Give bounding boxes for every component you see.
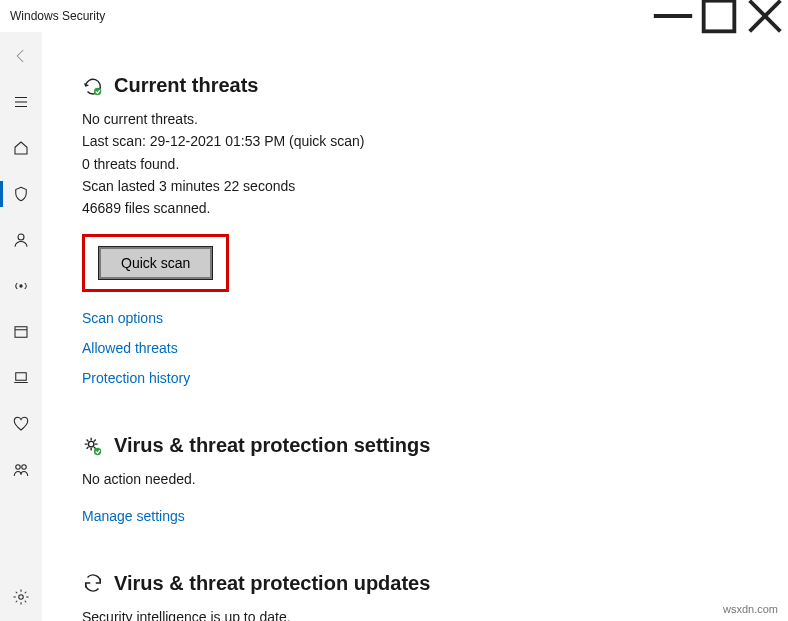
protection-updates-section: Virus & threat protection updates Securi… bbox=[82, 572, 748, 621]
minimize-button[interactable] bbox=[650, 0, 696, 32]
quick-scan-button[interactable]: Quick scan bbox=[99, 247, 212, 279]
hamburger-icon bbox=[12, 93, 30, 111]
threats-duration: Scan lasted 3 minutes 22 seconds bbox=[82, 176, 748, 196]
protection-settings-section: Virus & threat protection settings No ac… bbox=[82, 434, 748, 523]
sidebar-item-account-protection[interactable] bbox=[0, 226, 42, 254]
title-bar: Windows Security bbox=[0, 0, 788, 32]
sidebar-item-settings[interactable] bbox=[0, 583, 42, 611]
threats-status: No current threats. bbox=[82, 109, 748, 129]
protection-settings-status: No action needed. bbox=[82, 469, 748, 489]
svg-point-14 bbox=[22, 465, 27, 470]
window-controls bbox=[650, 0, 788, 32]
close-button[interactable] bbox=[742, 0, 788, 32]
window-icon bbox=[12, 323, 30, 341]
family-icon bbox=[12, 461, 30, 479]
current-threats-section: Current threats No current threats. Last… bbox=[82, 74, 748, 386]
sidebar-item-device-security[interactable] bbox=[0, 364, 42, 392]
svg-rect-1 bbox=[704, 1, 735, 32]
laptop-icon bbox=[12, 369, 30, 387]
sidebar-item-firewall[interactable] bbox=[0, 272, 42, 300]
protection-updates-status: Security intelligence is up to date. bbox=[82, 607, 748, 621]
protection-settings-heading: Virus & threat protection settings bbox=[114, 434, 430, 457]
sidebar-item-app-browser-control[interactable] bbox=[0, 318, 42, 346]
scan-history-icon bbox=[82, 75, 104, 97]
person-icon bbox=[12, 231, 30, 249]
home-icon bbox=[12, 139, 30, 157]
protection-history-link[interactable]: Protection history bbox=[82, 370, 748, 386]
gear-icon bbox=[12, 588, 30, 606]
svg-point-17 bbox=[88, 441, 94, 447]
current-threats-heading: Current threats bbox=[114, 74, 258, 97]
watermark-text: wsxdn.com bbox=[723, 603, 778, 615]
maximize-button[interactable] bbox=[696, 0, 742, 32]
sidebar-item-home[interactable] bbox=[0, 134, 42, 162]
allowed-threats-link[interactable]: Allowed threats bbox=[82, 340, 748, 356]
broadcast-icon bbox=[12, 277, 30, 295]
protection-updates-heading: Virus & threat protection updates bbox=[114, 572, 430, 595]
threats-files: 46689 files scanned. bbox=[82, 198, 748, 218]
back-button[interactable] bbox=[0, 42, 42, 70]
sidebar-item-virus-protection[interactable] bbox=[0, 180, 42, 208]
shield-icon bbox=[12, 185, 30, 203]
svg-point-13 bbox=[16, 465, 21, 470]
updates-refresh-icon bbox=[82, 572, 104, 594]
svg-point-8 bbox=[20, 285, 22, 287]
arrow-left-icon bbox=[12, 47, 30, 65]
window-title: Windows Security bbox=[10, 9, 105, 23]
threats-found: 0 threats found. bbox=[82, 154, 748, 174]
svg-point-7 bbox=[18, 234, 24, 240]
scan-options-link[interactable]: Scan options bbox=[82, 310, 748, 326]
menu-button[interactable] bbox=[0, 88, 42, 116]
svg-rect-9 bbox=[15, 327, 27, 338]
sidebar bbox=[0, 32, 42, 621]
quick-scan-highlight: Quick scan bbox=[82, 234, 229, 292]
threats-last-scan: Last scan: 29-12-2021 01:53 PM (quick sc… bbox=[82, 131, 748, 151]
svg-rect-11 bbox=[16, 373, 27, 381]
heart-icon bbox=[12, 415, 30, 433]
manage-settings-link[interactable]: Manage settings bbox=[82, 508, 748, 524]
main-content: Current threats No current threats. Last… bbox=[42, 32, 788, 621]
protection-settings-gear-icon bbox=[82, 435, 104, 457]
sidebar-item-family-options[interactable] bbox=[0, 456, 42, 484]
sidebar-item-device-performance[interactable] bbox=[0, 410, 42, 438]
svg-point-15 bbox=[19, 595, 24, 600]
